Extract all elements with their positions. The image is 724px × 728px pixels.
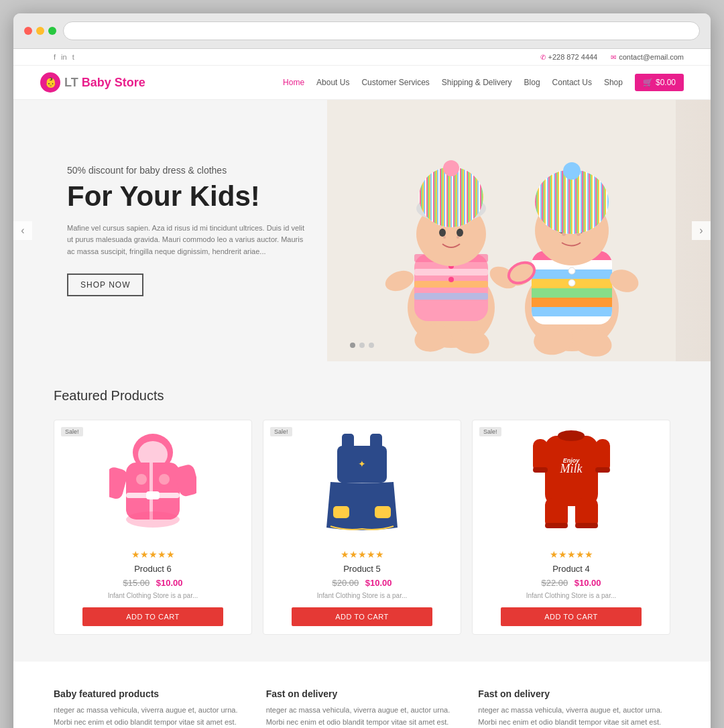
svg-text:❋: ❋ — [568, 513, 573, 520]
header: 👶 LT Baby Store Home About Us Customer S… — [13, 66, 711, 100]
svg-rect-45 — [532, 307, 612, 316]
facebook-icon[interactable]: f — [54, 53, 56, 61]
phone-contact: ✆ +228 872 4444 — [540, 53, 598, 61]
phone-icon: ✆ — [540, 54, 546, 61]
svg-rect-68 — [146, 491, 160, 499]
feature-desc-0: nteger ac massa vehicula, viverra augue … — [54, 705, 246, 728]
carousel-dot-1[interactable] — [350, 343, 355, 348]
address-bar[interactable] — [63, 21, 700, 40]
product-image-4: Enjoy Milk — [473, 420, 670, 541]
sale-badge-5: Sale! — [270, 427, 292, 436]
carousel-arrow-right[interactable]: › — [692, 221, 711, 240]
browser-window: f in t ✆ +228 872 4444 ✉ contact@email.c… — [13, 13, 711, 728]
add-to-cart-4[interactable]: ADD TO CART — [501, 607, 642, 626]
product-card-5: Sale! ✦ — [263, 420, 461, 635]
email-contact: ✉ contact@email.com — [611, 53, 684, 61]
nav-about[interactable]: About Us — [316, 78, 349, 87]
feature-desc-1: nteger ac massa vehicula, viverra augue … — [266, 705, 459, 728]
dot-yellow[interactable] — [36, 27, 44, 35]
svg-rect-66 — [149, 463, 153, 520]
nav-home[interactable]: Home — [283, 78, 304, 87]
svg-point-15 — [457, 236, 459, 239]
babies-svg — [327, 100, 676, 361]
product-name-4: Product 4 — [483, 564, 659, 574]
svg-rect-6 — [414, 293, 488, 300]
feature-item-0: Baby featured products nteger ac massa v… — [54, 688, 246, 728]
product-info-6: ★★★★★ Product 6 $15.00 $10.00 Infant Clo… — [54, 541, 251, 634]
svg-point-12 — [439, 229, 446, 237]
cart-button[interactable]: 🛒 $0.00 — [635, 74, 684, 91]
browser-dots — [24, 27, 56, 35]
original-price-4: $22.00 — [541, 578, 568, 588]
features-section: Baby featured products nteger ac massa v… — [13, 662, 711, 728]
nav-contact[interactable]: Contact Us — [552, 78, 592, 87]
svg-rect-43 — [532, 288, 612, 298]
svg-point-33 — [443, 160, 459, 176]
top-bar: f in t ✆ +228 872 4444 ✉ contact@email.c… — [13, 49, 711, 66]
svg-rect-91 — [575, 523, 598, 528]
add-to-cart-6[interactable]: ADD TO CART — [82, 607, 223, 626]
svg-rect-89 — [595, 467, 610, 473]
robe-svg — [109, 429, 196, 533]
nav-shipping[interactable]: Shipping & Delivery — [442, 78, 512, 87]
jumpsuit-svg: Enjoy Milk — [533, 426, 610, 536]
product-price-5: $20.00 $10.00 — [274, 578, 450, 588]
dot-red[interactable] — [24, 27, 32, 35]
svg-rect-78 — [333, 506, 349, 518]
product-desc-6: Infant Clothing Store is a par... — [65, 592, 241, 599]
sale-price-5: $10.00 — [365, 578, 392, 588]
product-image-6 — [54, 420, 251, 541]
svg-rect-88 — [533, 467, 548, 473]
dot-green[interactable] — [48, 27, 56, 35]
svg-point-14 — [443, 236, 446, 239]
product-info-4: ★★★★★ Product 4 $22.00 $10.00 Infant Clo… — [473, 541, 670, 634]
hero-section: ‹ 50% discount for baby dress & clothes … — [13, 100, 711, 361]
linkedin-icon[interactable]: in — [61, 53, 67, 61]
product-price-4: $22.00 $10.00 — [483, 578, 659, 588]
hero-content: 50% discount for baby dress & clothes Fo… — [13, 165, 362, 297]
svg-rect-44 — [532, 298, 612, 307]
nav-shop[interactable]: Shop — [604, 78, 623, 87]
svg-rect-69 — [109, 466, 129, 500]
svg-point-72 — [159, 474, 170, 485]
sale-price-6: $10.00 — [156, 578, 183, 588]
carousel-dot-2[interactable] — [359, 343, 365, 348]
featured-products-section: Featured Products Sale! — [13, 361, 711, 662]
svg-rect-0 — [327, 100, 676, 361]
hero-description: Mafine vel cursus sapien. Aza id risus i… — [67, 223, 308, 258]
carousel-dots — [350, 343, 374, 348]
nav-customer-services[interactable]: Customer Services — [361, 78, 429, 87]
sale-badge-6: Sale! — [61, 427, 83, 436]
stars-4: ★★★★★ — [483, 549, 659, 560]
main-nav: Home About Us Customer Services Shipping… — [283, 74, 684, 91]
svg-rect-4 — [414, 269, 488, 276]
shop-now-button[interactable]: SHOP NOW — [67, 274, 143, 296]
products-grid: Sale! — [54, 420, 670, 635]
feature-title-0: Baby featured products — [54, 688, 246, 699]
product-info-5: ★★★★★ Product 5 $20.00 $10.00 Infant Clo… — [263, 541, 461, 634]
svg-point-13 — [457, 229, 463, 237]
svg-point-48 — [568, 280, 575, 286]
nav-blog[interactable]: Blog — [524, 78, 540, 87]
browser-chrome — [13, 13, 711, 49]
hero-subtitle: 50% discount for baby dress & clothes — [67, 165, 308, 176]
svg-point-8 — [448, 277, 454, 282]
feature-desc-2: nteger ac massa vehicula, viverra augue … — [478, 705, 670, 728]
product-name-5: Product 5 — [274, 564, 450, 574]
logo[interactable]: 👶 LT Baby Store — [40, 72, 145, 93]
svg-rect-90 — [545, 523, 568, 528]
dress-svg: ✦ — [318, 427, 406, 534]
svg-point-81 — [558, 430, 585, 441]
feature-item-1: Fast on delivery nteger ac massa vehicul… — [266, 688, 459, 728]
add-to-cart-5[interactable]: ADD TO CART — [292, 607, 432, 626]
stars-6: ★★★★★ — [65, 549, 241, 560]
svg-text:✦: ✦ — [358, 459, 366, 469]
svg-point-71 — [136, 474, 147, 485]
product-card-4: Sale! Enjoy Milk — [472, 420, 670, 635]
product-image-5: ✦ — [263, 420, 461, 541]
website-content: f in t ✆ +228 872 4444 ✉ contact@email.c… — [13, 49, 711, 728]
svg-point-60 — [563, 162, 581, 180]
carousel-dot-3[interactable] — [369, 343, 374, 348]
twitter-icon[interactable]: t — [72, 53, 74, 61]
sale-price-4: $10.00 — [575, 578, 601, 588]
